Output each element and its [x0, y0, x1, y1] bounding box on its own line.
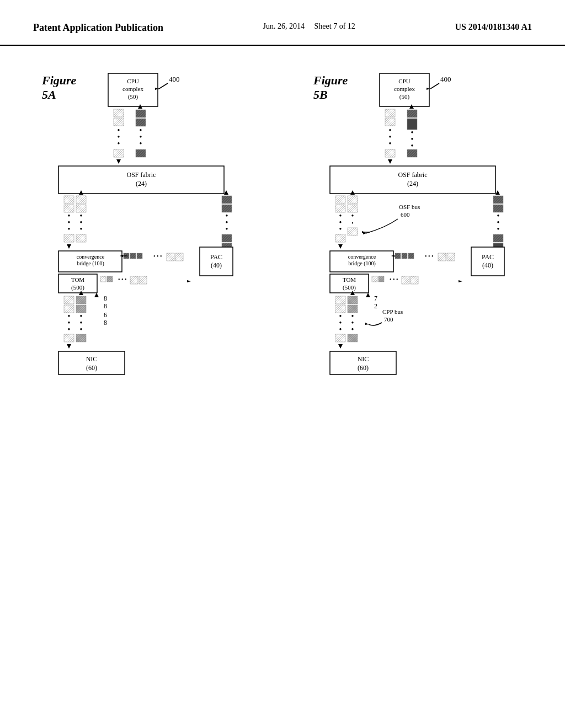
fig5b-pac-line1: PAC	[482, 253, 494, 261]
svg-text:•: •	[351, 220, 354, 226]
fig5b-num1: 7	[374, 295, 377, 302]
svg-marker-33	[224, 190, 228, 195]
svg-line-77	[430, 83, 439, 89]
svg-marker-65	[67, 344, 71, 349]
fig5b-osf-line2: (24)	[407, 180, 418, 188]
svg-rect-111	[493, 196, 503, 204]
fig5b-cpu-line3: (50)	[399, 93, 410, 100]
fig5b-tom-line2: (500)	[343, 284, 356, 291]
svg-rect-28	[76, 205, 86, 212]
svg-text:•: •	[80, 325, 83, 334]
svg-rect-87	[407, 110, 417, 117]
fig5a-num4: 8	[104, 319, 107, 326]
fig5a-cpu-line1: CPU	[127, 78, 138, 84]
svg-rect-39	[222, 234, 232, 242]
svg-text:•: •	[226, 225, 228, 233]
fig5b-num2: 2	[374, 302, 377, 310]
svg-rect-68	[76, 305, 86, 313]
svg-rect-120	[402, 253, 407, 259]
svg-rect-53	[107, 276, 113, 282]
fig5a-tom-line1: TOM	[71, 276, 84, 283]
svg-rect-56	[139, 276, 147, 284]
svg-rect-129	[379, 276, 384, 282]
fig5a-ref-400: 400	[169, 75, 180, 83]
svg-rect-143	[348, 296, 358, 304]
fig5b-conv-line2: bridge (100)	[348, 260, 376, 267]
fig5b-osf-bus-num: 600	[401, 211, 410, 218]
svg-rect-84	[385, 149, 395, 157]
svg-text:•: •	[80, 225, 83, 233]
svg-rect-47	[175, 253, 183, 261]
svg-rect-4	[114, 109, 124, 117]
svg-rect-149	[348, 334, 358, 342]
svg-rect-55	[130, 276, 138, 284]
fig5b-cpp-bus-num: 700	[384, 316, 393, 323]
svg-rect-46	[167, 253, 174, 261]
svg-marker-25	[67, 244, 71, 249]
svg-text:•: •	[339, 225, 342, 233]
svg-rect-137	[335, 305, 345, 313]
publication-number: US 2014/0181340 A1	[455, 22, 532, 32]
fig5b-tom-line1: TOM	[343, 276, 356, 283]
svg-rect-88	[407, 119, 417, 130]
svg-marker-133	[459, 280, 462, 282]
svg-marker-58	[94, 293, 99, 297]
svg-rect-5	[114, 118, 124, 126]
svg-rect-20	[64, 205, 74, 212]
figure-5a: Figure 5A CPU complex (50) 400 • • •	[25, 68, 268, 388]
fig5b-ref-400: 400	[440, 75, 451, 83]
svg-rect-72	[76, 334, 86, 342]
svg-line-1	[159, 83, 168, 89]
fig5b-cpu-line1: CPU	[398, 78, 410, 84]
fig5a-osf-line1: OSF fabric	[127, 171, 156, 179]
svg-rect-96	[335, 205, 345, 212]
sheet-info: Sheet 7 of 12	[315, 22, 355, 30]
svg-rect-52	[100, 276, 106, 282]
svg-rect-26	[76, 196, 86, 204]
fig5b-osf-line1: OSF fabric	[398, 171, 428, 179]
svg-text:•: •	[68, 225, 71, 233]
svg-marker-57	[187, 280, 191, 282]
svg-text:•: •	[351, 325, 354, 334]
fig5a-num1: 8	[104, 295, 107, 302]
svg-rect-104	[348, 205, 358, 212]
page-header: Patent Application Publication Jun. 26, …	[0, 0, 565, 46]
fig5a-osf-line2: (24)	[136, 180, 147, 188]
svg-rect-128	[372, 276, 377, 282]
svg-rect-9	[114, 149, 124, 157]
svg-rect-13	[136, 119, 146, 126]
svg-marker-85	[388, 159, 392, 164]
svg-rect-35	[222, 205, 232, 212]
fig5b-conv-line1: convergence	[348, 254, 376, 260]
fig5a-tom-line2: (500)	[71, 284, 84, 291]
svg-rect-123	[438, 253, 446, 261]
publication-date-sheet: Jun. 26, 2014 Sheet 7 of 12	[263, 22, 355, 31]
fig5a-nic-line1: NIC	[86, 355, 98, 363]
svg-rect-124	[447, 253, 455, 261]
fig5b-nic-line1: NIC	[358, 355, 369, 363]
fig5b-cpp-bus-label: CPP bus	[382, 308, 403, 315]
svg-rect-121	[408, 253, 414, 259]
fig5b-nic-line2: (60)	[358, 364, 369, 372]
svg-rect-103	[348, 196, 358, 204]
svg-rect-44	[137, 253, 142, 259]
svg-marker-142	[338, 344, 343, 349]
figure-5a-svg: Figure 5A CPU complex (50) 400 • • •	[31, 68, 263, 388]
svg-text:• • •: • • •	[390, 276, 398, 282]
fig5b-pac-line2: (40)	[482, 261, 493, 269]
svg-rect-43	[130, 253, 136, 259]
svg-rect-80	[385, 118, 395, 126]
svg-text:•: •	[389, 140, 392, 148]
svg-rect-12	[136, 110, 146, 117]
svg-marker-134	[366, 293, 370, 297]
svg-rect-95	[335, 196, 345, 204]
svg-rect-136	[335, 296, 345, 304]
svg-text:• • •: • • •	[153, 253, 162, 259]
fig5a-cpu-line3: (50)	[128, 93, 138, 100]
svg-rect-116	[493, 234, 503, 242]
svg-text:•: •	[118, 140, 120, 148]
svg-rect-19	[64, 196, 74, 204]
svg-text:•: •	[140, 140, 142, 148]
svg-text:•: •	[497, 225, 500, 233]
fig5a-nic-line2: (60)	[86, 364, 97, 372]
